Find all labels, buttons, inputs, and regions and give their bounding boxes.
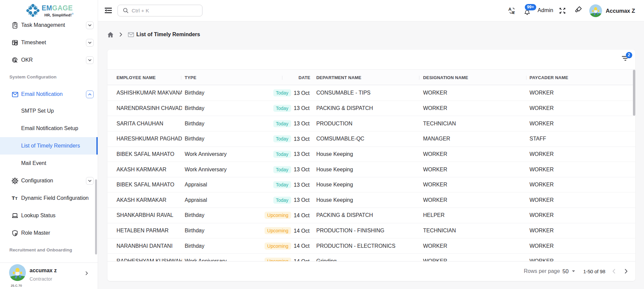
svg-text:T: T (12, 195, 15, 201)
svg-text:अ: अ (511, 10, 515, 15)
svg-text:T: T (15, 196, 18, 200)
